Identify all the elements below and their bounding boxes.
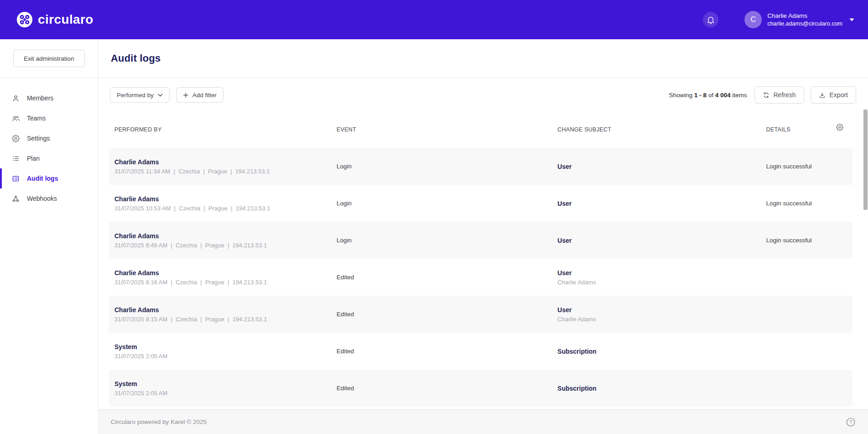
footer-text: Circularo powered by Karel © 2025 [111,418,207,425]
list-icon [11,155,20,162]
caret-down-icon [849,18,854,21]
add-filter-label: Add filter [192,92,217,99]
download-icon [819,92,826,99]
showing-count-text: Showing 1 - 8 of 4 004 items [669,92,747,99]
sidebar-item-label: Teams [27,115,46,122]
row-change-subject: Subscription [558,385,760,392]
sidebar-item-members[interactable]: Members [0,88,98,108]
page-title: Audit logs [111,52,161,64]
webhook-icon [11,195,20,203]
table-settings-gear-icon[interactable] [836,124,843,131]
row-details: Login successful [766,163,852,170]
brand-logo[interactable]: circularo [0,11,93,28]
row-meta: 31/07/2025 2:05 AM [114,353,331,360]
sidebar-item-label: Audit logs [27,175,58,182]
sidebar-item-label: Members [27,94,53,102]
row-event: Edited [336,311,552,318]
row-change-subject: User [558,237,760,244]
row-performer: System [114,380,331,387]
column-header-change-subject: CHANGE SUBJECT [552,126,760,148]
audit-log-table: PERFORMED BY EVENT CHANGE SUBJECT DETAIL… [108,115,852,407]
add-filter-button[interactable]: Add filter [176,87,223,103]
column-header-event: EVENT [331,126,552,148]
sidebar-item-label: Settings [27,135,50,142]
row-change-subject-detail: Charlie Adams [558,279,760,286]
table-row[interactable]: Charlie Adams 31/07/2025 11:34 AM | Czec… [108,148,852,185]
table-header: PERFORMED BY EVENT CHANGE SUBJECT DETAIL… [108,115,852,148]
avatar: C [744,11,762,28]
user-email: charlie.adams@circularo.com [767,20,842,27]
refresh-button[interactable]: Refresh [754,86,804,104]
people-icon [11,115,20,122]
row-change-subject: User [558,163,760,170]
row-performer: System [114,343,331,350]
sidebar: Exit administration Members Teams [0,39,98,434]
row-event: Edited [336,274,552,281]
showing-total: 4 004 [715,92,731,99]
table-body: Charlie Adams 31/07/2025 11:34 AM | Czec… [108,148,852,407]
sidebar-item-webhooks[interactable]: Webhooks [0,188,98,209]
sidebar-item-plan[interactable]: Plan [0,148,98,168]
circularo-logo-icon [16,11,33,28]
row-details: Login successful [766,237,852,244]
performed-by-label: Performed by [117,92,154,99]
user-name: Charlie Adams [767,12,842,20]
row-event: Login [336,237,552,244]
topbar: circularo C Charlie Adams charlie.adams@… [0,0,868,39]
row-meta: 31/07/2025 8:16 AM | Czechia | Prague | … [114,279,331,286]
row-change-subject: User [558,306,760,314]
chevron-down-icon [158,94,163,97]
plus-icon [183,93,188,98]
sidebar-item-settings[interactable]: Settings [0,128,98,148]
bell-icon [707,16,715,24]
sidebar-item-label: Webhooks [27,195,57,202]
row-performer: Charlie Adams [114,269,331,277]
table-row[interactable]: Charlie Adams 31/07/2025 8:15 AM | Czech… [108,296,852,333]
row-meta: 31/07/2025 8:49 AM | Czechia | Prague | … [114,242,331,249]
refresh-label: Refresh [774,91,796,99]
table-row[interactable]: Charlie Adams 31/07/2025 8:49 AM | Czech… [108,222,852,259]
row-event: Login [336,200,552,207]
row-performer: Charlie Adams [114,306,331,314]
toolbar: Performed by Add filter Showing 1 - 8 of… [98,86,868,104]
showing-range: 1 - 8 [694,92,707,99]
person-icon [11,94,20,102]
row-event: Edited [336,385,552,392]
row-meta: 31/07/2025 8:15 AM | Czechia | Prague | … [114,316,331,323]
svg-text:?: ? [849,419,852,425]
user-menu[interactable]: C Charlie Adams charlie.adams@circularo.… [744,11,854,28]
row-performer: Charlie Adams [114,195,331,203]
table-row[interactable]: Charlie Adams 31/07/2025 8:16 AM | Czech… [108,259,852,296]
notifications-button[interactable] [703,12,718,27]
brand-name: circularo [38,12,93,27]
help-icon[interactable]: ? [846,417,856,427]
row-change-subject-detail: Charlie Adams [558,316,760,323]
footer: Circularo powered by Karel © 2025 ? [98,409,868,434]
row-performer: Charlie Adams [114,232,331,240]
table-row[interactable]: System 31/07/2025 2:05 AM Edited Subscri… [108,370,852,407]
export-label: Export [830,91,848,99]
table-row[interactable]: Charlie Adams 31/07/2025 10:53 AM | Czec… [108,185,852,222]
row-performer: Charlie Adams [114,158,331,166]
vertical-scrollbar-thumb[interactable] [863,110,868,210]
table-row[interactable]: System 31/07/2025 2:05 AM Edited Subscri… [108,333,852,370]
sidebar-nav: Members Teams Settings [0,78,98,209]
main-content: Audit logs Performed by Add filter Showi… [98,39,868,434]
performed-by-filter-dropdown[interactable]: Performed by [110,87,170,103]
row-change-subject: Subscription [558,348,760,355]
row-change-subject: User [558,269,760,277]
sidebar-item-audit-logs[interactable]: Audit logs [0,168,98,188]
exit-administration-button[interactable]: Exit administration [13,50,85,67]
sidebar-item-teams[interactable]: Teams [0,108,98,128]
row-event: Login [336,163,552,170]
row-meta: 31/07/2025 2:05 AM [114,390,331,397]
audit-logs-icon [11,175,20,183]
row-details: Login successful [766,200,852,207]
export-button[interactable]: Export [811,86,856,104]
row-event: Edited [336,348,552,355]
sidebar-item-label: Plan [27,155,40,162]
row-meta: 31/07/2025 11:34 AM | Czechia | Prague |… [114,168,331,175]
refresh-icon [763,92,770,99]
column-header-performed-by: PERFORMED BY [108,126,331,148]
gear-icon [11,135,20,142]
